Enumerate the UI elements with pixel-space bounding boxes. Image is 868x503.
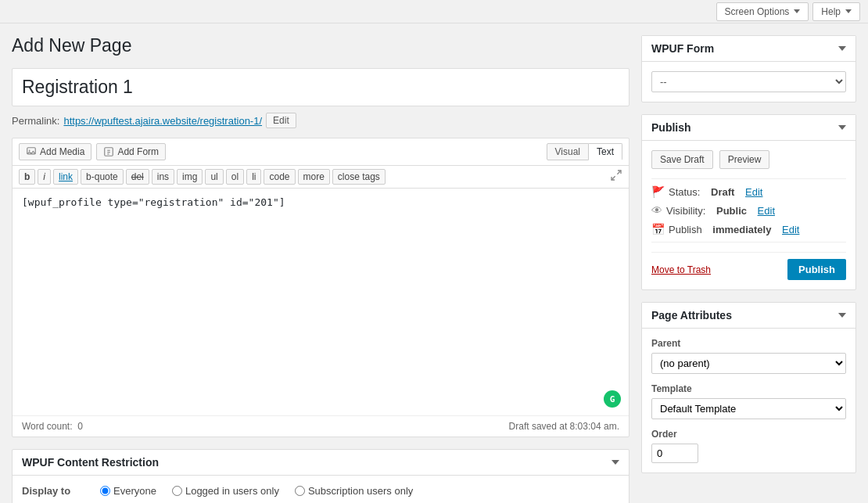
calendar-icon: 📅 (651, 223, 665, 235)
title-box (12, 68, 629, 106)
publish-time-value: immediately (712, 224, 771, 235)
wpuf-form-title: WPUF Form (651, 42, 714, 55)
wpuf-form-box: WPUF Form -- (641, 35, 856, 102)
word-count-value: 0 (77, 421, 83, 432)
save-draft-button[interactable]: Save Draft (651, 150, 713, 169)
del-button[interactable]: del (126, 169, 149, 185)
everyone-radio[interactable] (100, 486, 110, 496)
status-row: 🚩 Status: Draft Edit (651, 185, 846, 198)
publish-time-edit-link[interactable]: Edit (782, 224, 799, 235)
li-button[interactable]: li (246, 169, 261, 185)
publish-time-label: Publish (669, 224, 702, 235)
fullscreen-button[interactable] (610, 169, 622, 185)
move-to-trash-link[interactable]: Move to Trash (651, 264, 711, 275)
text-tab[interactable]: Text (589, 143, 622, 160)
grammarly-icon: G (604, 390, 621, 408)
ins-button[interactable]: ins (152, 169, 174, 185)
format-toolbar: b i link b-quote del ins img ul ol li co… (13, 166, 629, 189)
display-to-label: Display to (22, 485, 84, 497)
page-attributes-header: Page Attributes (642, 303, 855, 329)
add-form-icon (103, 146, 114, 157)
code-button[interactable]: code (264, 169, 295, 185)
main-layout: Add New Page Permalink: https://wpuftest… (0, 23, 868, 503)
svg-line-7 (612, 176, 615, 180)
permalink-link[interactable]: https://wpuftest.ajaira.website/registra… (63, 115, 262, 127)
subscription-option[interactable]: Subscription users only (295, 485, 413, 497)
publish-title: Publish (651, 121, 691, 134)
publish-divider-1 (651, 178, 846, 179)
link-button[interactable]: link (53, 169, 78, 185)
publish-time-row: 📅 Publish immediately Edit (651, 223, 846, 235)
publish-collapse-icon (838, 125, 846, 130)
visibility-edit-link[interactable]: Edit (758, 205, 775, 217)
parent-label: Parent (651, 338, 846, 349)
more-button[interactable]: more (298, 169, 330, 185)
page-attributes-box: Page Attributes Parent (no parent) Templ… (641, 302, 856, 473)
bold-button[interactable]: b (19, 169, 35, 185)
add-form-label: Add Form (117, 146, 159, 157)
wpuf-form-select[interactable]: -- (651, 71, 846, 92)
visual-text-tabs: Visual Text (547, 143, 622, 160)
close-tags-button[interactable]: close tags (332, 169, 386, 185)
add-media-icon (26, 146, 37, 157)
permalink-row: Permalink: https://wpuftest.ajaira.websi… (12, 113, 629, 128)
display-to-row: Display to Everyone Logged in users only… (22, 485, 619, 497)
flag-icon: 🚩 (651, 185, 665, 198)
publish-box: Publish Save Draft Preview 🚩 Status: Dra… (641, 114, 856, 290)
publish-footer: Move to Trash Publish (651, 252, 846, 280)
preview-button[interactable]: Preview (719, 150, 770, 169)
status-edit-link[interactable]: Edit (745, 186, 762, 198)
word-count-text: Word count: (22, 421, 72, 432)
everyone-option[interactable]: Everyone (100, 485, 156, 497)
publish-button[interactable]: Publish (787, 259, 846, 280)
ol-button[interactable]: ol (226, 169, 244, 185)
visibility-value: Public (716, 205, 747, 217)
visual-tab[interactable]: Visual (547, 143, 589, 160)
logged-in-option[interactable]: Logged in users only (172, 485, 279, 497)
svg-point-1 (29, 149, 30, 151)
wpuf-form-collapse-icon (838, 46, 846, 51)
logged-in-radio[interactable] (172, 486, 182, 496)
status-value: Draft (711, 186, 734, 198)
publish-body: Save Draft Preview 🚩 Status: Draft Edit … (642, 141, 855, 289)
italic-button[interactable]: i (38, 169, 51, 185)
add-media-button[interactable]: Add Media (19, 143, 91, 160)
svg-line-6 (617, 171, 621, 174)
editor-toolbar-top: Add Media Add Form Visual Text (13, 138, 629, 166)
editor-container: Add Media Add Form Visual Text b i link … (12, 138, 629, 437)
wpuf-form-body: -- (642, 62, 855, 102)
add-media-label: Add Media (40, 146, 84, 157)
editor-content[interactable]: [wpuf_profile type="registration" id="20… (22, 196, 619, 208)
eye-icon: 👁 (651, 204, 662, 217)
b-quote-button[interactable]: b-quote (81, 169, 124, 185)
screen-options-button[interactable]: Screen Options (716, 2, 809, 21)
permalink-edit-button[interactable]: Edit (266, 113, 296, 128)
editor-footer: Word count: 0 Draft saved at 8:03:04 am. (13, 415, 629, 437)
help-label: Help (821, 6, 841, 17)
wpuf-content-restriction-box: WPUF Content Restriction Display to Ever… (12, 449, 629, 503)
subscription-radio[interactable] (295, 486, 305, 496)
publish-divider-2 (651, 242, 846, 243)
visibility-row: 👁 Visibility: Public Edit (651, 204, 846, 217)
ul-button[interactable]: ul (205, 169, 223, 185)
publish-actions: Save Draft Preview (651, 150, 846, 169)
parent-select[interactable]: (no parent) (651, 353, 846, 374)
help-button[interactable]: Help (812, 2, 860, 21)
help-chevron-icon (845, 9, 852, 13)
screen-options-label: Screen Options (725, 6, 790, 17)
img-button[interactable]: img (177, 169, 203, 185)
collapse-arrow-icon (612, 460, 619, 465)
status-label: Status: (669, 186, 700, 198)
wpuf-content-restriction-header[interactable]: WPUF Content Restriction (13, 450, 629, 476)
order-input[interactable] (651, 444, 698, 463)
template-label: Template (651, 383, 846, 394)
add-form-button[interactable]: Add Form (96, 143, 166, 160)
template-select[interactable]: Default Template (651, 398, 846, 419)
sidebar: WPUF Form -- Publish Save Draft Preview (641, 35, 856, 503)
page-title-input[interactable] (22, 77, 619, 98)
screen-options-chevron-icon (794, 9, 800, 13)
content-area: Add New Page Permalink: https://wpuftest… (12, 35, 629, 503)
editor-body: [wpuf_profile type="registration" id="20… (13, 189, 629, 415)
draft-saved-text: Draft saved at 8:03:04 am. (509, 421, 619, 432)
top-bar: Screen Options Help (0, 0, 868, 23)
